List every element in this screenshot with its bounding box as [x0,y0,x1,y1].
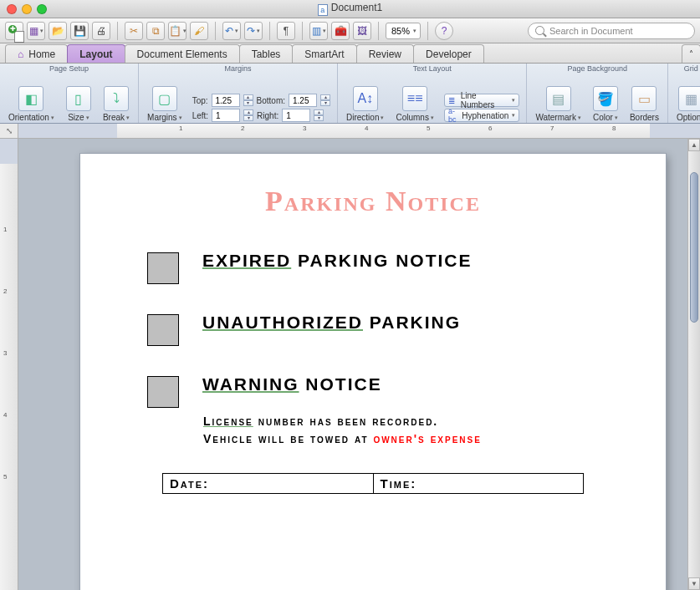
ruler-tick-7: 7 [550,125,554,132]
group-label: Grid [668,64,700,73]
separator [117,22,118,40]
size-button[interactable]: ▯Size [64,86,93,122]
date-cell[interactable]: Date: [163,474,374,494]
tab-developer[interactable]: Developer [413,44,484,63]
margin-right-stepper[interactable]: ▴▾ [314,109,324,121]
page-size-icon: ▯ [66,86,91,111]
margin-top-stepper[interactable]: ▴▾ [243,94,253,106]
save-button[interactable]: 💾 [70,22,89,40]
vertical-ruler[interactable]: 1 2 3 4 5 [0,139,18,590]
scroll-up-button[interactable]: ▲ [688,139,700,151]
paste-button[interactable]: 📋 [168,22,186,40]
scroll-down-button[interactable]: ▼ [688,577,700,590]
show-formatting-button[interactable]: ¶ [277,22,295,40]
sidebar-toggle-button[interactable]: ▥ [309,22,328,40]
zoom-combo[interactable]: 85%▾ [386,23,421,39]
redo-button[interactable]: ↷ [244,22,263,40]
chevron-down-icon: ▾ [243,100,253,106]
search-icon [535,26,544,35]
scroll-thumb[interactable] [690,172,698,323]
window-title: aDocument1 [0,2,700,16]
new-from-template-button[interactable]: ▦ [27,22,45,40]
watermark-button[interactable]: ▤Watermark [534,86,583,122]
home-icon: ⌂ [18,48,23,60]
page-color-button[interactable]: 🪣Color [591,86,620,122]
checkbox-shape[interactable] [147,376,179,408]
margins-button[interactable]: ▢Margins [146,86,184,122]
margin-bottom-label: Bottom: [257,96,285,105]
tab-home[interactable]: ⌂Home [5,44,68,63]
ribbon-tabs: ⌂Home Layout Document Elements Tables Sm… [0,43,700,64]
document-area[interactable]: Parking Notice EXPIRED PARKING NOTICE UN… [18,139,700,590]
vertical-scrollbar[interactable]: ▲ ▼ [687,139,700,590]
tab-smartart[interactable]: SmartArt [292,44,356,63]
break-icon: ⤵ [104,86,129,111]
ribbon-collapse-button[interactable]: ˄ [682,44,700,63]
new-document-button[interactable] [5,22,23,40]
undo-button[interactable]: ↶ [222,22,241,40]
group-label: Margins [139,64,337,73]
margin-left-input[interactable] [212,109,240,122]
hyphenation-icon: a-bc [448,107,457,124]
date-time-table: Date: Time: [162,473,584,494]
orientation-button[interactable]: ◧Orientation [7,86,56,122]
orientation-label: Orientation [8,113,54,122]
page[interactable]: Parking Notice EXPIRED PARKING NOTICE UN… [80,154,666,590]
checkbox-shape[interactable] [147,314,179,346]
tab-developer-label: Developer [426,48,472,60]
separator [215,22,216,40]
copy-button[interactable]: ⧉ [146,22,165,40]
option-unauthorized: UNAUTHORIZED PARKING [147,313,599,346]
separator [269,22,270,40]
margin-top-input[interactable] [212,94,240,107]
time-cell[interactable]: Time: [373,474,584,494]
tab-document-elements[interactable]: Document Elements [125,44,240,63]
margin-bottom-input[interactable] [289,94,317,107]
page-borders-button[interactable]: ▭Borders [628,86,661,122]
print-button[interactable]: 🖨 [92,22,110,40]
margin-bottom-stepper[interactable]: ▴▾ [320,94,330,106]
format-painter-button[interactable]: 🖌 [190,22,208,40]
margins-icon: ▢ [152,86,177,111]
group-text-layout: Text Layout A↕Direction ≡≡Columns ≣ Line… [338,64,527,123]
ruler-tick-1: 1 [179,125,182,132]
window-title-text: Document1 [331,2,382,13]
margin-right-input[interactable] [282,109,310,122]
horizontal-ruler[interactable]: 1 2 3 4 5 6 7 8 [18,124,700,138]
group-grid: Grid ▦Options [668,64,700,123]
ruler-corner[interactable]: ⤡ [0,124,18,138]
columns-button[interactable]: ≡≡Columns [394,86,435,122]
chevron-down-icon: ▾ [243,115,253,121]
toolbox-button[interactable]: 🧰 [331,22,350,40]
direction-button[interactable]: A↕Direction [345,86,386,122]
break-button[interactable]: ⤵Break [101,86,131,122]
margin-left-stepper[interactable]: ▴▾ [243,109,253,121]
option-warning: WARNING NOTICE [147,374,599,408]
ruler-tick-8: 8 [612,125,616,132]
grid-options-button[interactable]: ▦Options [675,86,700,122]
tab-tables[interactable]: Tables [239,44,294,63]
search-placeholder: Search in Document [549,26,633,36]
cut-button[interactable]: ✂ [125,22,143,40]
margin-right-label: Right: [257,111,278,120]
line-numbers-button[interactable]: ≣ Line Numbers [444,94,519,107]
hyphenation-button[interactable]: a-bc Hyphenation [444,109,519,122]
page-color-label: Color [593,113,618,122]
group-label: Page Background [527,64,667,73]
search-box[interactable]: Search in Document [528,23,695,39]
checkbox-shape[interactable] [147,252,179,284]
window-titlebar: aDocument1 [0,0,700,18]
help-button[interactable]: ? [435,22,453,40]
grid-icon: ▦ [678,86,700,111]
tab-review[interactable]: Review [356,44,414,63]
vruler-tick-2: 2 [3,287,7,295]
ruler-tick-2: 2 [241,125,244,132]
ruler-tick-4: 4 [365,125,368,132]
tab-layout[interactable]: Layout [67,44,125,63]
option-expired: EXPIRED PARKING NOTICE [147,251,599,284]
tab-home-label: Home [28,48,55,60]
media-browser-button[interactable]: 🖼 [353,22,371,40]
open-button[interactable]: 📂 [49,22,67,40]
size-label: Size [68,113,89,122]
tab-smartart-label: SmartArt [304,48,344,60]
